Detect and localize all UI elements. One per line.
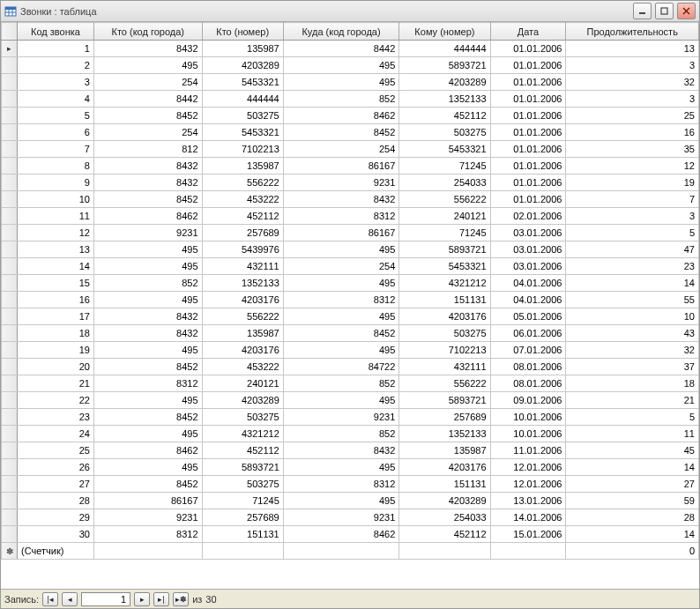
cell[interactable]: 35 [566, 141, 699, 158]
cell[interactable]: 8452 [283, 124, 399, 141]
cell[interactable]: 8462 [283, 526, 399, 543]
cell[interactable]: 495 [93, 426, 202, 442]
cell[interactable]: 10.01.2006 [490, 409, 566, 426]
cell[interactable]: 495 [93, 258, 202, 275]
cell[interactable]: 12.01.2006 [490, 459, 566, 476]
cell[interactable]: 22 [18, 392, 94, 409]
cell[interactable]: 14.01.2006 [490, 509, 566, 526]
cell[interactable]: 71245 [399, 225, 490, 241]
cell[interactable]: 86167 [283, 158, 399, 175]
cell[interactable]: 453222 [202, 359, 283, 375]
table-row[interactable]: 21831224012185255622208.01.200618 [2, 375, 699, 392]
cell[interactable]: 37 [566, 359, 699, 375]
cell[interactable]: 08.01.2006 [490, 359, 566, 375]
table-row[interactable]: 108452453222843255622201.01.20067 [2, 191, 699, 208]
col-header[interactable]: Кому (номер) [399, 23, 490, 41]
cell[interactable]: 495 [283, 342, 399, 359]
cell[interactable]: 495 [283, 392, 399, 409]
cell[interactable]: 495 [93, 459, 202, 476]
row-selector[interactable]: ▸ [2, 41, 18, 57]
cell[interactable]: 8452 [93, 191, 202, 208]
table-row[interactable]: 118462452112831224012102.01.20063 [2, 208, 699, 225]
cell[interactable]: 432111 [202, 258, 283, 275]
cell[interactable]: 5439976 [202, 241, 283, 258]
cell[interactable]: 4203176 [202, 292, 283, 308]
cell[interactable]: 812 [93, 141, 202, 158]
cell[interactable]: 16 [566, 124, 699, 141]
row-selector[interactable] [2, 74, 18, 91]
cell[interactable]: 452112 [399, 526, 490, 543]
cell[interactable]: 503275 [202, 476, 283, 493]
row-selector[interactable] [2, 526, 18, 543]
cell[interactable]: 8312 [93, 375, 202, 392]
cell[interactable]: 9231 [283, 409, 399, 426]
cell[interactable]: 495 [283, 275, 399, 292]
cell[interactable]: 10.01.2006 [490, 426, 566, 442]
cell[interactable]: 503275 [202, 108, 283, 124]
row-selector[interactable] [2, 141, 18, 158]
row-selector[interactable] [2, 409, 18, 426]
cell[interactable]: 8432 [93, 308, 202, 325]
cell[interactable]: 4321212 [399, 275, 490, 292]
cell[interactable]: 257689 [202, 225, 283, 241]
cell[interactable]: 254 [283, 141, 399, 158]
cell[interactable]: 254033 [399, 509, 490, 526]
cell[interactable]: 495 [283, 241, 399, 258]
cell[interactable]: 8 [18, 158, 94, 175]
cell[interactable]: 19 [566, 175, 699, 191]
cell[interactable]: 1352133 [399, 426, 490, 442]
cell[interactable]: 18 [566, 375, 699, 392]
cell[interactable]: 09.01.2006 [490, 392, 566, 409]
cell[interactable]: 8452 [93, 476, 202, 493]
cell[interactable]: 04.01.2006 [490, 292, 566, 308]
cell[interactable]: 15.01.2006 [490, 526, 566, 543]
cell[interactable]: 14 [566, 275, 699, 292]
table-row[interactable]: 62545453321845250327501.01.200616 [2, 124, 699, 141]
row-selector[interactable] [2, 325, 18, 342]
cell[interactable]: 26 [18, 459, 94, 476]
cell[interactable]: 556222 [399, 375, 490, 392]
cell[interactable]: 4203289 [202, 392, 283, 409]
cell[interactable]: 444444 [399, 41, 490, 57]
cell[interactable]: 25 [18, 442, 94, 459]
table-row[interactable]: 194954203176495710221307.01.200632 [2, 342, 699, 359]
cell[interactable]: 4203289 [399, 74, 490, 91]
row-selector[interactable] [2, 543, 18, 560]
prev-record-button[interactable]: ◂ [62, 592, 78, 606]
new-row[interactable]: (Счетчик)0 [2, 543, 699, 560]
cell[interactable] [490, 543, 566, 560]
table-row[interactable]: 32545453321495420328901.01.200632 [2, 74, 699, 91]
cell[interactable]: 495 [283, 493, 399, 509]
table-row[interactable]: 288616771245495420328913.01.200659 [2, 493, 699, 509]
cell[interactable]: 5453321 [399, 258, 490, 275]
cell[interactable]: 852 [283, 426, 399, 442]
cell[interactable]: 135987 [202, 325, 283, 342]
table-row[interactable]: 58452503275846245211201.01.200625 [2, 108, 699, 124]
cell[interactable]: 4 [18, 91, 94, 108]
cell[interactable]: 503275 [399, 124, 490, 141]
cell[interactable]: 21 [566, 392, 699, 409]
cell[interactable]: 05.01.2006 [490, 308, 566, 325]
cell[interactable]: 29 [18, 509, 94, 526]
table-row[interactable]: ▸18432135987844244444401.01.200613 [2, 41, 699, 57]
cell[interactable]: 43 [566, 325, 699, 342]
cell[interactable]: 03.01.2006 [490, 258, 566, 275]
cell[interactable]: 14 [566, 459, 699, 476]
cell[interactable]: 495 [93, 57, 202, 74]
cell[interactable]: 01.01.2006 [490, 141, 566, 158]
table-row[interactable]: 88432135987861677124501.01.200612 [2, 158, 699, 175]
cell[interactable]: 28 [566, 509, 699, 526]
cell[interactable]: 3 [566, 91, 699, 108]
row-selector[interactable] [2, 241, 18, 258]
cell[interactable]: 12.01.2006 [490, 476, 566, 493]
cell[interactable]: 21 [18, 375, 94, 392]
cell[interactable]: 8432 [93, 158, 202, 175]
cell[interactable]: 5893721 [399, 241, 490, 258]
cell[interactable]: 12 [18, 225, 94, 241]
cell[interactable]: 453222 [202, 191, 283, 208]
cell[interactable]: 151131 [399, 476, 490, 493]
cell[interactable]: 556222 [202, 308, 283, 325]
cell[interactable]: 45 [566, 442, 699, 459]
row-selector[interactable] [2, 342, 18, 359]
cell[interactable]: 7 [566, 191, 699, 208]
